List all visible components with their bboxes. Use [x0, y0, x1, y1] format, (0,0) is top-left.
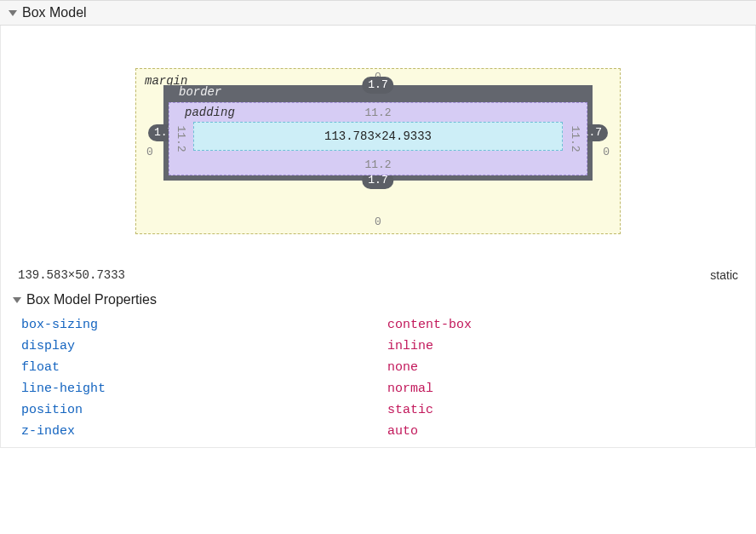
- boxmodel-diagram-area: margin 0 0 0 0 border 1.7 1.7 1.7 1.7 pa…: [1, 26, 755, 260]
- property-row: line-height normal: [1, 378, 755, 399]
- property-name[interactable]: line-height: [21, 382, 387, 396]
- element-size[interactable]: 139.583×50.7333: [18, 268, 125, 282]
- margin-left-value[interactable]: 0: [146, 145, 153, 158]
- padding-left-value[interactable]: 11.2: [175, 125, 187, 152]
- property-row: position static: [1, 399, 755, 421]
- property-row: display inline: [1, 336, 755, 357]
- border-region[interactable]: border 1.7 1.7 1.7 1.7 padding 11.2 11.2…: [163, 85, 593, 181]
- property-row: float none: [1, 357, 755, 378]
- property-value[interactable]: inline: [387, 339, 433, 353]
- box-model-section-header[interactable]: Box Model: [0, 0, 756, 26]
- property-value[interactable]: normal: [387, 382, 433, 396]
- section-title: Box Model: [22, 5, 87, 20]
- margin-right-value[interactable]: 0: [603, 145, 610, 158]
- element-position[interactable]: static: [710, 268, 738, 282]
- box-model-panel: margin 0 0 0 0 border 1.7 1.7 1.7 1.7 pa…: [0, 26, 756, 448]
- property-name[interactable]: box-sizing: [21, 318, 387, 332]
- margin-bottom-value[interactable]: 0: [375, 215, 381, 228]
- padding-bottom-value[interactable]: 11.2: [364, 158, 391, 171]
- property-name[interactable]: position: [21, 403, 387, 417]
- chevron-down-icon: [13, 297, 21, 303]
- content-dimensions[interactable]: 113.783×24.9333: [324, 129, 432, 143]
- boxmodel-wrap: margin 0 0 0 0 border 1.7 1.7 1.7 1.7 pa…: [135, 68, 621, 234]
- property-value[interactable]: auto: [387, 424, 418, 439]
- border-label: border: [175, 83, 225, 100]
- property-row: z-index auto: [1, 421, 755, 447]
- property-value[interactable]: none: [387, 360, 418, 375]
- property-value[interactable]: content-box: [387, 318, 472, 332]
- dimensions-row: 139.583×50.7333 static: [1, 260, 755, 289]
- content-region[interactable]: 113.783×24.9333: [193, 122, 563, 151]
- padding-label: padding: [185, 106, 235, 119]
- property-row: box-sizing content-box: [1, 314, 755, 336]
- padding-top-value[interactable]: 11.2: [364, 106, 391, 119]
- property-name[interactable]: float: [21, 360, 387, 375]
- margin-region[interactable]: margin 0 0 0 0 border 1.7 1.7 1.7 1.7 pa…: [135, 68, 621, 234]
- border-top-value[interactable]: 1.7: [362, 77, 393, 94]
- property-name[interactable]: display: [21, 339, 387, 353]
- props-section-title: Box Model Properties: [26, 292, 157, 307]
- property-name[interactable]: z-index: [21, 424, 387, 439]
- padding-right-value[interactable]: 11.2: [569, 125, 581, 152]
- chevron-down-icon: [9, 10, 17, 16]
- box-model-properties-header[interactable]: Box Model Properties: [1, 289, 755, 314]
- padding-region[interactable]: padding 11.2 11.2 11.2 11.2 113.783×24.9…: [169, 102, 587, 175]
- property-value[interactable]: static: [387, 403, 433, 417]
